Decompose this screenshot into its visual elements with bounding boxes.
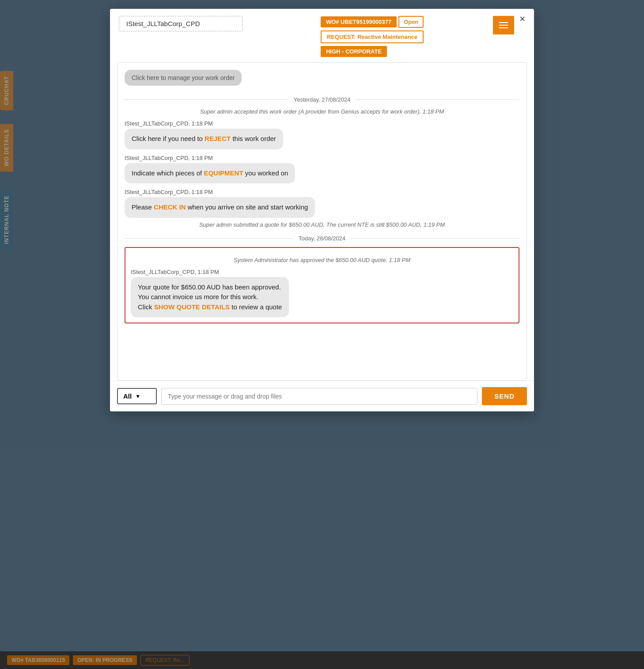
bubble4-line2: You cannot invoice us more for this work… bbox=[138, 292, 282, 302]
bubble4-part3-after: to review a quote bbox=[230, 303, 282, 311]
chat-sender-2: IStest_JLLTabCorp_CPD, 1:18 PM bbox=[125, 155, 519, 161]
wo-number-row: WO# UBET95199000377 Open bbox=[321, 16, 424, 28]
hamburger-line-3 bbox=[499, 27, 508, 28]
modal-overlay: IStest_JLLTabCorp_CPD WO# UBET9519900037… bbox=[0, 0, 644, 669]
chat-bubble-reject[interactable]: Click here if you need to REJECT this wo… bbox=[125, 129, 283, 149]
chat-container[interactable]: Click here to manage your work order Yes… bbox=[117, 62, 527, 380]
bubble3-highlight: CHECK IN bbox=[154, 203, 186, 211]
bubble4-highlight[interactable]: SHOW QUOTE DETAILS bbox=[154, 303, 230, 311]
chat-bubble-equipment[interactable]: Indicate which pieces of EQUIPMENT you w… bbox=[125, 163, 295, 184]
wo-number-badge: WO# UBET95199000377 bbox=[321, 16, 397, 27]
chat-bubble-checkin[interactable]: Please CHECK IN when you arrive on site … bbox=[125, 197, 315, 218]
send-button[interactable]: SEND bbox=[482, 387, 527, 405]
chat-sender-1: IStest_JLLTabCorp_CPD, 1:18 PM bbox=[125, 120, 519, 127]
wo-status-badge: Open bbox=[398, 16, 424, 28]
modal-header: IStest_JLLTabCorp_CPD WO# UBET9519900037… bbox=[110, 9, 534, 62]
date-yesterday-label: Yesterday, 27/08/2024 bbox=[294, 96, 351, 103]
hamburger-line-1 bbox=[499, 22, 508, 23]
send-button-label: SEND bbox=[494, 392, 515, 400]
system-msg-approved: System Administrator has approved the $6… bbox=[131, 257, 513, 263]
date-divider-yesterday: Yesterday, 27/08/2024 bbox=[125, 96, 519, 103]
request-type-badge: REQUEST: Reactive Maintenance bbox=[321, 30, 424, 43]
date-today-label: Today, 28/08/2024 bbox=[299, 235, 345, 242]
approved-quote-box: System Administrator has approved the $6… bbox=[125, 247, 519, 324]
filter-value: All bbox=[123, 392, 132, 400]
modal-header-left: IStest_JLLTabCorp_CPD bbox=[119, 16, 242, 31]
truncated-bubble: Click here to manage your work order bbox=[125, 70, 242, 86]
bubble1-part1: Click here if you need to bbox=[132, 135, 205, 142]
bubble2-highlight: EQUIPMENT bbox=[204, 169, 243, 177]
bubble4-line1: Your quote for $650.00 AUD has been appr… bbox=[138, 282, 282, 293]
modal-header-center: WO# UBET95199000377 Open REQUEST: Reacti… bbox=[321, 16, 424, 57]
hamburger-button[interactable] bbox=[493, 16, 514, 34]
bubble2-part1: Indicate which pieces of bbox=[132, 169, 204, 177]
bubble4-line3: Click SHOW QUOTE DETAILS to review a quo… bbox=[138, 302, 282, 312]
bubble1-part2: this work order bbox=[231, 135, 276, 142]
system-approved-text: System Administrator has approved the $6… bbox=[234, 257, 410, 263]
system-msg-accept: Super admin accepted this work order (A … bbox=[125, 108, 519, 115]
bubble2-part2: you worked on bbox=[243, 169, 288, 177]
chat-sender-4: IStest_JLLTabCorp_CPD, 1:18 PM bbox=[131, 269, 513, 275]
wo-id-text: IStest_JLLTabCorp_CPD bbox=[126, 20, 200, 27]
bubble3-part2: when you arrive on site and start workin… bbox=[186, 203, 308, 211]
truncated-bubble-text: Click here to manage your work order bbox=[132, 74, 235, 81]
system-quote-text: Super admin submitted a quote for $650.0… bbox=[199, 221, 445, 228]
request-type-row: REQUEST: Reactive Maintenance bbox=[321, 30, 424, 43]
chat-sender-3: IStest_JLLTabCorp_CPD, 1:18 PM bbox=[125, 189, 519, 195]
wo-id-box: IStest_JLLTabCorp_CPD bbox=[119, 16, 242, 31]
priority-badge: HIGH - CORPORATE bbox=[321, 46, 387, 57]
modal-header-right: × bbox=[493, 16, 525, 34]
date-divider-today: Today, 28/08/2024 bbox=[125, 235, 519, 242]
chat-bubble-quote[interactable]: Your quote for $650.00 AUD has been appr… bbox=[131, 277, 289, 318]
system-msg-quote: Super admin submitted a quote for $650.0… bbox=[125, 221, 519, 228]
bubble3-part1: Please bbox=[132, 203, 154, 211]
hamburger-line-2 bbox=[499, 25, 508, 26]
close-button[interactable]: × bbox=[519, 14, 525, 24]
modal: IStest_JLLTabCorp_CPD WO# UBET9519900037… bbox=[110, 9, 534, 411]
message-input[interactable] bbox=[161, 388, 477, 405]
priority-row: HIGH - CORPORATE bbox=[321, 46, 387, 57]
filter-arrow-icon: ▼ bbox=[135, 393, 140, 399]
bubble4-part3-before: Click bbox=[138, 303, 154, 311]
filter-dropdown[interactable]: All ▼ bbox=[117, 388, 157, 404]
bubble1-highlight: REJECT bbox=[205, 135, 231, 142]
chat-input-bar: All ▼ SEND bbox=[110, 380, 534, 411]
system-accept-text: Super admin accepted this work order (A … bbox=[200, 108, 444, 115]
